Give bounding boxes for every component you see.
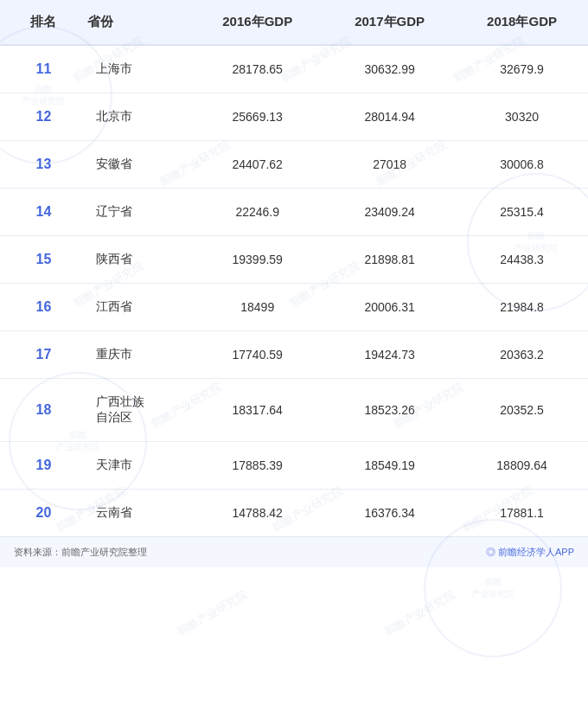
cell-gdp2018: 24438.3 <box>456 236 588 284</box>
cell-rank: 15 <box>0 236 79 284</box>
cell-gdp2017: 19424.73 <box>323 331 456 379</box>
cell-rank: 17 <box>0 331 79 379</box>
cell-province: 辽宁省 <box>79 189 191 236</box>
cell-province: 重庆市 <box>79 331 191 379</box>
cell-gdp2018: 20363.2 <box>456 331 588 379</box>
cell-gdp2016: 18499 <box>191 284 323 331</box>
cell-gdp2017: 18523.26 <box>323 379 456 442</box>
gdp-table: 排名 省份 2016年GDP 2017年GDP 2018年GDP 11上海市28… <box>0 0 588 536</box>
cell-rank: 19 <box>0 442 79 490</box>
header-rank: 排名 <box>0 0 79 45</box>
cell-rank: 16 <box>0 284 79 331</box>
cell-rank: 11 <box>0 45 79 93</box>
cell-gdp2016: 25669.13 <box>191 93 323 141</box>
cell-rank: 13 <box>0 141 79 189</box>
table-row: 13安徽省24407.622701830006.8 <box>0 141 588 189</box>
cell-rank: 14 <box>0 189 79 236</box>
cell-gdp2017: 27018 <box>323 141 456 189</box>
table-row: 20云南省14788.4216376.3417881.1 <box>0 490 588 537</box>
cell-rank: 20 <box>0 490 79 537</box>
header-province: 省份 <box>79 0 191 45</box>
cell-gdp2018: 17881.1 <box>456 490 588 537</box>
cell-gdp2016: 17740.59 <box>191 331 323 379</box>
table-header-row: 排名 省份 2016年GDP 2017年GDP 2018年GDP <box>0 0 588 45</box>
cell-gdp2018: 25315.4 <box>456 189 588 236</box>
watermark-text: 前瞻产业研究院 <box>175 586 251 639</box>
cell-gdp2017: 28014.94 <box>323 93 456 141</box>
header-gdp2016: 2016年GDP <box>191 0 323 45</box>
cell-gdp2018: 30320 <box>456 93 588 141</box>
cell-gdp2017: 18549.19 <box>323 442 456 490</box>
cell-province: 陕西省 <box>79 236 191 284</box>
header-gdp2018: 2018年GDP <box>456 0 588 45</box>
cell-gdp2017: 23409.24 <box>323 189 456 236</box>
cell-gdp2016: 14788.42 <box>191 490 323 537</box>
cell-province: 天津市 <box>79 442 191 490</box>
cell-gdp2017: 30632.99 <box>323 45 456 93</box>
cell-rank: 12 <box>0 93 79 141</box>
cell-province: 云南省 <box>79 490 191 537</box>
cell-province: 上海市 <box>79 45 191 93</box>
table-row: 14辽宁省22246.923409.2425315.4 <box>0 189 588 236</box>
table-row: 16江西省1849920006.3121984.8 <box>0 284 588 331</box>
table-row: 11上海市28178.6530632.9932679.9 <box>0 45 588 93</box>
header-gdp2017: 2017年GDP <box>323 0 456 45</box>
source-text: 资料来源：前瞻产业研究院整理 <box>14 546 147 559</box>
cell-province: 北京市 <box>79 93 191 141</box>
table-row: 15陕西省19399.5921898.8124438.3 <box>0 236 588 284</box>
cell-province: 广西壮族自治区 <box>79 379 191 442</box>
table-row: 17重庆市17740.5919424.7320363.2 <box>0 331 588 379</box>
table-row: 12北京市25669.1328014.9430320 <box>0 93 588 141</box>
table-footer: 资料来源：前瞻产业研究院整理 ◎ 前瞻经济学人APP <box>0 536 588 567</box>
cell-gdp2016: 22246.9 <box>191 189 323 236</box>
table-row: 18广西壮族自治区18317.6418523.2620352.5 <box>0 379 588 442</box>
cell-province: 江西省 <box>79 284 191 331</box>
brand-text: ◎ 前瞻经济学人APP <box>486 546 574 559</box>
cell-gdp2018: 20352.5 <box>456 379 588 442</box>
cell-gdp2018: 18809.64 <box>456 442 588 490</box>
cell-gdp2016: 24407.62 <box>191 141 323 189</box>
cell-gdp2017: 21898.81 <box>323 236 456 284</box>
cell-province: 安徽省 <box>79 141 191 189</box>
cell-gdp2017: 20006.31 <box>323 284 456 331</box>
table-row: 19天津市17885.3918549.1918809.64 <box>0 442 588 490</box>
cell-rank: 18 <box>0 379 79 442</box>
cell-gdp2016: 28178.65 <box>191 45 323 93</box>
cell-gdp2016: 19399.59 <box>191 236 323 284</box>
cell-gdp2018: 21984.8 <box>456 284 588 331</box>
cell-gdp2018: 30006.8 <box>456 141 588 189</box>
cell-gdp2018: 32679.9 <box>456 45 588 93</box>
watermark-text: 前瞻产业研究院 <box>382 586 458 639</box>
cell-gdp2016: 18317.64 <box>191 379 323 442</box>
cell-gdp2016: 17885.39 <box>191 442 323 490</box>
cell-gdp2017: 16376.34 <box>323 490 456 537</box>
